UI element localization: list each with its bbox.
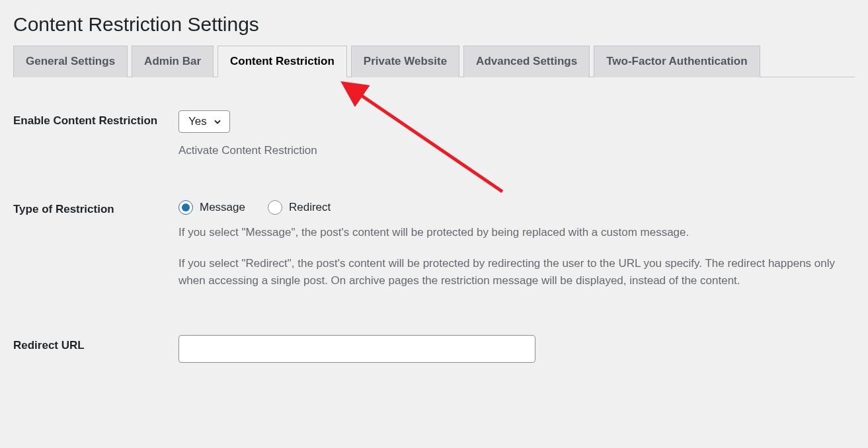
redirect-url-label: Redirect URL xyxy=(13,335,178,354)
page-title: Content Restriction Settings xyxy=(13,0,855,46)
radio-redirect-label: Redirect xyxy=(289,201,331,214)
enable-select-value: Yes xyxy=(188,115,207,128)
restriction-type-redirect-radio[interactable]: Redirect xyxy=(268,200,331,215)
radio-icon xyxy=(268,200,282,215)
tab-general-settings[interactable]: General Settings xyxy=(13,46,128,77)
tab-private-website[interactable]: Private Website xyxy=(351,46,459,77)
redirect-url-input[interactable] xyxy=(178,335,535,363)
enable-description: Activate Content Restriction xyxy=(178,142,853,159)
tab-content-restriction[interactable]: Content Restriction xyxy=(217,46,347,77)
tab-advanced-settings[interactable]: Advanced Settings xyxy=(463,46,590,77)
radio-icon xyxy=(178,200,193,215)
settings-form: Enable Content Restriction Yes Activate … xyxy=(13,97,855,376)
restriction-type-message-radio[interactable]: Message xyxy=(178,200,245,215)
radio-message-label: Message xyxy=(200,201,245,214)
settings-tabs: General Settings Admin Bar Content Restr… xyxy=(13,46,855,77)
tab-two-factor-auth[interactable]: Two-Factor Authentication xyxy=(594,46,760,77)
type-of-restriction-label: Type of Restriction xyxy=(13,199,178,217)
type-description-message: If you select "Message", the post's cont… xyxy=(178,224,853,241)
enable-content-restriction-select[interactable]: Yes xyxy=(178,110,230,133)
enable-content-restriction-label: Enable Content Restriction xyxy=(13,110,178,129)
tab-admin-bar[interactable]: Admin Bar xyxy=(132,46,214,77)
chevron-down-icon xyxy=(212,116,223,127)
type-description-redirect: If you select "Redirect", the post's con… xyxy=(178,255,853,289)
